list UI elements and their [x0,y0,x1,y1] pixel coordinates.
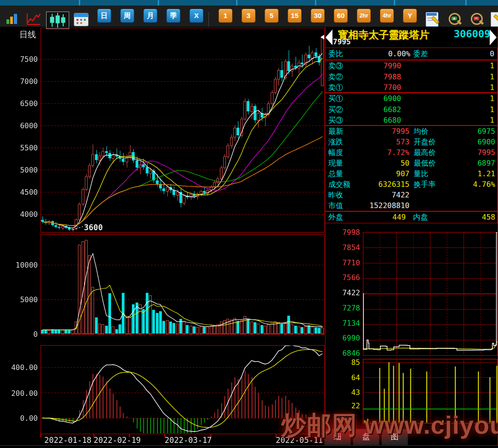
next-stock-arrow[interactable] [490,30,497,45]
order-qty: 1 [456,94,494,103]
panel-divider [315,0,316,6]
edit-icon[interactable] [491,12,498,26]
line-chart-icon[interactable] [26,12,41,25]
stock-name[interactable]: 寳相寺太子靈蹤塔片 [338,28,429,42]
intraday-tick-6846: 6846 [329,349,360,358]
stat-value: 6900 [443,137,495,146]
minute-button-3[interactable]: 3 [242,9,255,23]
minute-button-4hr[interactable]: 4hr [380,9,394,23]
weicha-label: 委差 [413,49,428,59]
order-qty: 1 [456,83,494,92]
minute-button-Y[interactable]: Y [403,9,417,23]
date-label-1: 2022-02-19 [94,436,141,445]
order-label: 卖① [328,83,343,93]
intraday-tick-7134: 7134 [329,319,360,328]
period-label: 日线 [19,29,36,40]
kline-tick-7500: 7500 [11,55,38,64]
intraday-tick-7566: 7566 [329,273,360,282]
kline-tick-6500: 6500 [11,99,38,108]
calendar-header [74,13,88,17]
volume-tick-5000: 5000 [9,295,38,304]
kline-tick-5000: 5000 [11,166,38,174]
notes-header [427,13,437,16]
stat-value: 7.72% [337,148,409,157]
stat-value: 7422 [337,191,409,199]
notes-icon[interactable] [426,12,439,26]
panel-divider [394,0,395,6]
prev-stock-arrow[interactable] [326,30,332,45]
intraday-tick-7998: 7998 [329,228,360,237]
minus-badge: − [474,17,479,20]
period-button-周[interactable]: 周 [120,9,134,23]
order-qty: 1 [456,105,494,114]
waipan-value: 449 [360,213,406,221]
order-qty: 1 [456,72,494,81]
order-price: 6680 [355,116,401,125]
intraday-tick-6990: 6990 [329,334,360,342]
order-label: 买③ [328,116,343,125]
stat-value: 6975 [443,127,495,136]
stat-label: 开盘价 [414,137,436,147]
intraday-vol-tick: 64 [333,373,360,382]
last-price-tag: 7995 [333,37,351,46]
period-button-X[interactable]: X [190,9,203,23]
order-qty: 1 [456,61,494,70]
panel-divider [79,0,80,6]
stat-value: 4.76% [443,180,495,189]
date-label-2: 2022-03-17 [165,436,212,445]
bar-blue [14,14,17,24]
period-button-季[interactable]: 季 [166,9,180,23]
calendar-icon[interactable] [74,13,89,26]
minute-button-2hr[interactable]: 2hr [357,9,371,23]
order-label: 卖② [328,72,343,82]
kline-tick-4000: 4000 [11,210,38,219]
stock-code[interactable]: 306009 [454,28,490,40]
intraday-vol-tick: 43 [333,388,360,397]
watermark: 炒邮网 www.cjiyou.net [281,409,498,442]
stat-value: 573 [337,137,409,146]
period-button-日[interactable]: 日 [97,9,111,23]
period-button-月[interactable]: 月 [143,9,157,23]
stat-label: 最低价 [414,159,436,168]
bar-green [6,19,9,24]
minute-button-30[interactable]: 30 [311,9,325,23]
order-qty: 1 [456,116,494,125]
weicha-value: 0 [462,49,494,58]
minute-button-1[interactable]: 1 [219,9,232,23]
calendar-dot [80,19,82,21]
stat-value: 6897 [443,159,495,167]
minute-button-60[interactable]: 60 [334,9,348,23]
low-annotation: 3600 [84,223,103,232]
order-label: 买① [328,94,343,104]
stat-label: 换手率 [414,180,436,190]
bar-chart-icon[interactable] [6,13,19,25]
order-price: 6682 [355,105,401,114]
neipan-label: 内盘 [413,213,428,222]
stat-value: 50 [337,159,409,167]
stat-label: 最高价 [414,148,436,158]
stat-value: 152208810 [337,201,409,210]
bar-orange [10,17,13,24]
intraday-tick-7854: 7854 [329,243,360,252]
minute-button-15[interactable]: 15 [288,9,302,23]
stat-label: 量比 [414,169,428,179]
kline-tick-5500: 5500 [11,143,38,152]
zoom-in-icon[interactable]: + [448,12,462,27]
weibi-label: 委比 [328,49,343,59]
calendar-dot [77,19,78,21]
volume-tick-0: 0 [9,330,38,339]
window-top-strip [0,0,498,6]
calendar-dot [77,22,78,24]
kline-tick-4500: 4500 [11,188,38,197]
calendar-dot [84,19,86,21]
order-label: 买② [328,105,343,115]
minute-button-5[interactable]: 5 [265,9,279,23]
zoom-out-icon[interactable]: − [470,12,485,27]
panel-divider [465,0,467,6]
order-label: 卖③ [328,61,343,71]
volume-tick-10000: 10000 [9,261,38,269]
weibi-value: 0.00% [369,49,410,58]
kline-volume-macd-chart[interactable] [0,27,325,446]
calendar-body [74,17,88,26]
plus-badge: + [451,17,457,20]
